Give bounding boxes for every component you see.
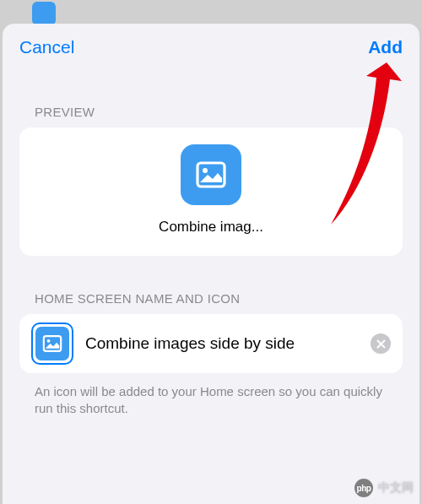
modal-sheet: Cancel Add PREVIEW Combine imag... HOME …	[3, 24, 419, 504]
preview-card: Combine imag...	[19, 127, 403, 256]
add-button[interactable]: Add	[368, 37, 403, 57]
photo-icon	[41, 332, 64, 355]
name-and-icon-card	[19, 314, 403, 373]
shortcut-name-input[interactable]	[85, 334, 359, 353]
svg-point-3	[47, 339, 51, 343]
svg-rect-0	[197, 163, 225, 187]
watermark-logo: php	[354, 479, 373, 497]
close-icon	[376, 339, 386, 349]
preview-app-icon	[181, 144, 241, 205]
shortcut-icon	[35, 327, 69, 360]
clear-text-button[interactable]	[371, 333, 391, 354]
cancel-button[interactable]: Cancel	[19, 37, 74, 57]
preview-app-name: Combine imag...	[159, 219, 263, 236]
name-section-label: HOME SCREEN NAME AND ICON	[3, 291, 419, 306]
nav-bar: Cancel Add	[3, 24, 419, 68]
background-app-icon	[32, 2, 56, 25]
photo-icon	[192, 156, 230, 193]
icon-picker-button[interactable]	[31, 322, 73, 365]
watermark-text: 中文网	[378, 480, 414, 496]
svg-rect-2	[44, 336, 61, 351]
svg-point-1	[203, 168, 208, 173]
preview-section-label: PREVIEW	[3, 105, 419, 119]
footer-description: An icon will be added to your Home scree…	[3, 373, 419, 418]
watermark: php 中文网	[354, 479, 414, 497]
